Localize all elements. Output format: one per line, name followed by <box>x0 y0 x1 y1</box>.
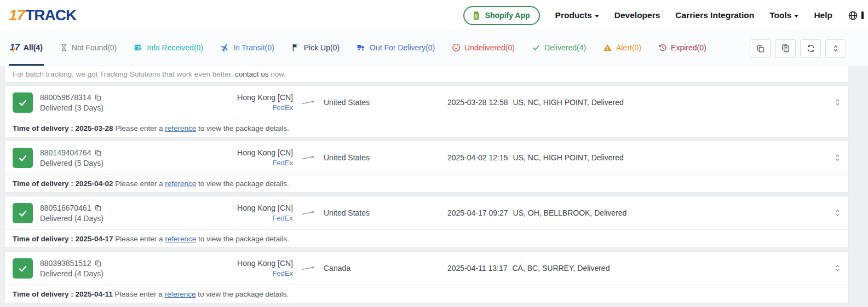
reference-link[interactable]: reference <box>165 235 196 243</box>
tracking-list: For batch tracking, we got Tracking Solu… <box>0 66 868 303</box>
expand-collapse-button[interactable] <box>825 39 846 58</box>
17track-logo[interactable]: 17 TRACK <box>9 7 76 24</box>
globe-icon <box>848 10 858 21</box>
delivery-detail-row: Time of delivery : 2025-04-02 Please ent… <box>5 174 848 192</box>
delivered-status-box <box>13 148 33 168</box>
copy-tracking-number-icon[interactable] <box>94 259 102 267</box>
tracking-number: 880149404764 <box>40 148 91 157</box>
latest-event-time: 2025-04-17 09:27 <box>447 208 508 217</box>
destination-country: United States <box>324 208 447 217</box>
carrier-link[interactable]: FedEx <box>177 269 293 277</box>
latest-event-info: US, NC, HIGH POINT, Delivered <box>513 153 624 162</box>
tab-not-found[interactable]: Not Found(0) <box>59 31 118 66</box>
shipment-row[interactable]: 880393851512 Delivered (4 Days) Hong Kon… <box>5 252 848 285</box>
tracking-number: 880059678314 <box>40 93 91 102</box>
logo-17-icon: 17 <box>10 43 20 52</box>
delivered-status-box <box>13 258 33 279</box>
reference-link[interactable]: reference <box>165 179 196 188</box>
shipment-card: 880059678314 Delivered (3 Days) Hong Kon… <box>4 85 849 137</box>
carrier-link[interactable]: FedEx <box>177 214 293 222</box>
header-nav: Shopify App Products Developers Carriers… <box>463 6 868 25</box>
caret-down-icon <box>595 15 599 18</box>
nav-help[interactable]: Help <box>814 10 832 20</box>
shipment-row[interactable]: 880059678314 Delivered (3 Days) Hong Kon… <box>5 86 848 119</box>
status-text: Delivered (4 Days) <box>40 269 177 278</box>
row-expand-icon[interactable] <box>826 154 841 161</box>
origin-country: Hong Kong [CN] <box>177 148 293 157</box>
status-text: Delivered (5 Days) <box>40 159 177 167</box>
status-tabs: 17 All(4) Not Found(0) Info Received(0) <box>9 31 708 66</box>
origin-country: Hong Kong [CN] <box>177 259 293 268</box>
info-received-icon <box>134 43 143 52</box>
tracking-number: 880516670461 <box>40 204 91 212</box>
shopify-bag-icon <box>471 10 481 21</box>
nav-carriers-integration[interactable]: Carriers Integration <box>675 10 754 20</box>
destination-country: United States <box>324 98 447 107</box>
tab-expired[interactable]: Expired(0) <box>657 31 708 66</box>
nav-tools[interactable]: Tools <box>769 10 798 20</box>
carrier-link[interactable]: FedEx <box>177 103 293 112</box>
tab-undelivered[interactable]: Undelivered(0) <box>451 31 516 66</box>
carrier-link[interactable]: FedEx <box>177 159 293 167</box>
delivery-detail-row: Time of delivery : 2025-04-17 Please ent… <box>5 229 848 247</box>
language-selector[interactable] <box>848 10 864 21</box>
route-arrow-icon <box>301 99 315 106</box>
delivery-detail-row: Time of delivery : 2025-04-11 Please ent… <box>5 285 848 303</box>
copy-tracking-number-icon[interactable] <box>94 149 102 157</box>
tab-pick-up[interactable]: Pick Up(0) <box>290 31 341 66</box>
history-clock-icon <box>658 43 667 52</box>
tab-alert[interactable]: Alert(0) <box>602 31 642 66</box>
destination-country: United States <box>324 153 447 162</box>
latest-event-info: CA, BC, SURREY, Delivered <box>513 264 610 273</box>
delivery-detail-row: Time of delivery : 2025-03-28 Please ent… <box>5 119 848 137</box>
shipment-row[interactable]: 880516670461 Delivered (4 Days) Hong Kon… <box>5 196 848 229</box>
origin-country: Hong Kong [CN] <box>177 93 293 102</box>
reference-link[interactable]: reference <box>165 124 196 132</box>
row-expand-icon[interactable] <box>826 264 841 272</box>
destination-country: Canada <box>324 264 447 273</box>
status-text: Delivered (4 Days) <box>40 214 177 223</box>
copy-button[interactable] <box>750 39 771 58</box>
hourglass-icon <box>60 43 68 52</box>
copy-tracking-number-icon[interactable] <box>94 204 102 212</box>
route-arrow-icon <box>301 154 315 161</box>
delivered-status-box <box>13 203 33 223</box>
row-expand-icon[interactable] <box>826 209 841 217</box>
check-icon <box>532 43 541 52</box>
latest-event-info: US, NC, HIGH POINT, Delivered <box>513 98 624 107</box>
route-arrow-icon <box>301 210 315 216</box>
tab-out-for-delivery[interactable]: Out For Delivery(0) <box>355 31 436 66</box>
logo-track-text: TRACK <box>25 7 76 24</box>
copy-tracking-number-icon[interactable] <box>94 94 102 101</box>
nav-products[interactable]: Products <box>555 10 599 20</box>
shipment-row[interactable]: 880149404764 Delivered (5 Days) Hong Kon… <box>5 141 848 174</box>
shopify-app-button[interactable]: Shopify App <box>463 6 540 25</box>
nav-developers[interactable]: Developers <box>614 10 660 20</box>
filter-bar-actions <box>750 31 846 66</box>
sad-face-icon <box>452 43 461 52</box>
top-header: 17 TRACK Shopify App Products Developers… <box>0 0 868 31</box>
flag-icon <box>291 43 300 52</box>
tab-all[interactable]: 17 All(4) <box>9 31 44 66</box>
copy-all-button[interactable] <box>775 39 796 58</box>
status-filter-bar: 17 All(4) Not Found(0) Info Received(0) <box>0 31 868 66</box>
airplane-icon <box>220 43 229 53</box>
reference-link[interactable]: reference <box>164 290 196 298</box>
logo-17-text: 17 <box>9 7 25 24</box>
tab-in-transit[interactable]: In Transit(0) <box>219 31 275 66</box>
contact-us-link[interactable]: contact us <box>235 70 269 78</box>
route-arrow-icon <box>301 265 315 271</box>
row-expand-icon[interactable] <box>826 99 841 106</box>
latest-event-info: US, OH, BELLBROOK, Delivered <box>513 208 627 217</box>
shipment-card: 880393851512 Delivered (4 Days) Hong Kon… <box>4 251 849 303</box>
clipped-language-text <box>861 11 864 19</box>
tab-delivered[interactable]: Delivered(4) <box>531 31 587 66</box>
shipment-card: 880516670461 Delivered (4 Days) Hong Kon… <box>4 196 849 248</box>
tab-info-received[interactable]: Info Received(0) <box>133 31 204 66</box>
batch-tracking-notice: For batch tracking, we got Tracking Solu… <box>4 66 849 83</box>
latest-event-time: 2025-03-28 12:58 <box>447 98 508 107</box>
refresh-button[interactable] <box>800 39 821 58</box>
status-text: Delivered (3 Days) <box>40 103 177 112</box>
delivery-truck-icon <box>357 43 366 52</box>
shipment-card: 880149404764 Delivered (5 Days) Hong Kon… <box>4 141 849 193</box>
